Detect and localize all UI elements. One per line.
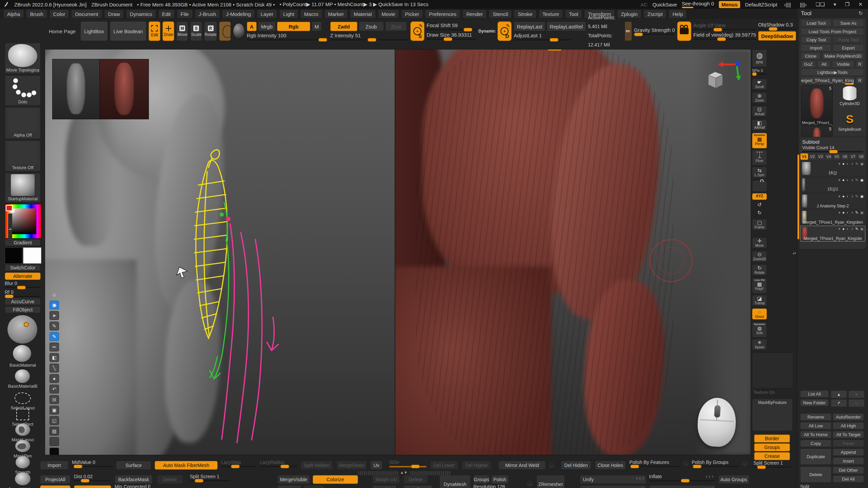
- eye-icon[interactable]: ◉: [50, 301, 59, 309]
- double-button[interactable]: Double: [372, 485, 397, 488]
- del-hidden-button[interactable]: Del Hidden: [561, 461, 591, 470]
- menu-item-22[interactable]: Tool: [565, 10, 582, 18]
- border-button[interactable]: Border: [754, 434, 790, 443]
- menu-item-5[interactable]: Dynamics: [126, 10, 156, 18]
- menu-item-13[interactable]: Marker: [324, 10, 348, 18]
- alpha-button[interactable]: Alpha Off: [5, 107, 41, 139]
- mergedown-button[interactable]: MergeDown: [336, 461, 367, 470]
- goz-all-button[interactable]: All: [817, 61, 831, 68]
- pencil-icon[interactable]: ✏: [50, 343, 59, 351]
- subtool-item-2[interactable]: ▾●◐◑✎◉ 15강1: [800, 177, 865, 193]
- projectall-button[interactable]: ProjectAll: [40, 475, 71, 484]
- menu-item-19[interactable]: Stencil: [489, 10, 512, 18]
- split-hidden-button[interactable]: Split Hidden: [300, 461, 333, 470]
- delete-morph-button[interactable]: Delete: [403, 475, 428, 484]
- lazystep-slider[interactable]: LazyStep: [221, 460, 256, 467]
- menu-item-7[interactable]: File: [177, 10, 193, 18]
- focal-shift-slider[interactable]: Focal Shift 59: [427, 22, 476, 30]
- quicksave-button[interactable]: QuickSave: [652, 2, 677, 7]
- smart-resym-button[interactable]: Smart ReSymx y z: [649, 485, 715, 488]
- del-higher-button[interactable]: Del Higher: [462, 461, 492, 470]
- paste-tool-button[interactable]: Paste Tool: [833, 36, 864, 43]
- auto-groups-button[interactable]: Auto Groups: [718, 475, 749, 484]
- all-to-home-button[interactable]: All To Home: [800, 431, 831, 438]
- solo-button[interactable]: Dynamic◍Solo: [752, 322, 767, 338]
- subtool-tab-v8[interactable]: V8: [857, 153, 865, 160]
- load-tool-button[interactable]: Load Tool: [801, 20, 831, 27]
- divider-grip-left-icon[interactable]: ‹||||: [782, 2, 793, 7]
- load-tools-from-project-button[interactable]: Load Tools From Project: [801, 28, 864, 35]
- copy-subtool-button[interactable]: Copy: [800, 440, 831, 447]
- split-screen-slider[interactable]: Split Screen 1: [190, 474, 231, 482]
- subtool-tab-v2[interactable]: V2: [808, 153, 816, 160]
- visibility-eye-icon[interactable]: ◉: [860, 162, 864, 166]
- dot-tool-icon[interactable]: ●: [50, 374, 59, 383]
- current-brush-button[interactable]: Move Topologica: [5, 43, 41, 74]
- obj-shadow-slider[interactable]: ObjShadow 0.3: [758, 22, 796, 30]
- clipboard-icon[interactable]: ▤: [50, 427, 59, 435]
- shelf-divider-arrows[interactable]: ▲▼: [400, 470, 408, 474]
- close-holes-button[interactable]: Close Holes: [595, 461, 626, 470]
- xyz-toggle[interactable]: x y z: [636, 487, 644, 488]
- dist-slider[interactable]: Dist 0.02: [74, 474, 111, 482]
- menu-item-16[interactable]: Picker: [401, 10, 423, 18]
- tool-thumb-simplebrush[interactable]: S SimpleBrush: [835, 112, 865, 136]
- min-connected-slider[interactable]: Min Connected F: [115, 484, 157, 488]
- menu-item-4[interactable]: Draw: [104, 10, 124, 18]
- uv-button[interactable]: Uv: [370, 461, 382, 470]
- polish-by-features-slider[interactable]: Polish By Features: [629, 460, 680, 467]
- groups-button[interactable]: Groups: [754, 443, 790, 451]
- goz-visible-button[interactable]: Visible: [832, 61, 854, 68]
- auto-reorder-button[interactable]: AutoReorder: [833, 413, 864, 421]
- xyz-toggle[interactable]: x y z: [705, 487, 713, 488]
- polyframe-button[interactable]: Line Fill▦PolyF: [752, 278, 767, 293]
- all-to-target-button[interactable]: All To Target: [833, 431, 864, 438]
- texture-preview-box[interactable]: [752, 352, 793, 388]
- texture-button[interactable]: Texture Off: [5, 140, 41, 171]
- basic-material-ball[interactable]: [13, 345, 31, 362]
- goz-button[interactable]: GoZ: [801, 61, 816, 68]
- frame-button[interactable]: ▢Frame: [752, 219, 767, 230]
- dynamic-label[interactable]: Dynamic: [478, 29, 495, 34]
- see-through-slider[interactable]: See-through 0: [682, 1, 714, 8]
- dynamesh-groups-button[interactable]: Groups: [473, 475, 490, 484]
- color-button[interactable]: Color: [74, 485, 111, 488]
- rotate-button[interactable]: RRotate: [204, 21, 217, 41]
- camera-icon[interactable]: [677, 21, 691, 41]
- shelf-divider-right[interactable]: [410, 471, 451, 475]
- lightbox-tools-button[interactable]: Lightbox▶Tools: [801, 69, 864, 76]
- default-zscript-button[interactable]: DefaultZScript: [745, 2, 777, 7]
- bpr-button[interactable]: ◍BPR: [752, 49, 767, 67]
- tool-thumb-cylinder[interactable]: Cylinder3D: [835, 86, 865, 110]
- ghost-button[interactable]: ◌Ghost: [752, 308, 767, 320]
- dynamesh-button[interactable]: DynaMesh: [439, 475, 471, 488]
- z-intensity-slider[interactable]: Z Intensity 51: [330, 33, 408, 41]
- subtool-item-1[interactable]: ▾●◐◑✎◉ 16강: [800, 161, 865, 177]
- menu-item-2[interactable]: Color: [50, 10, 69, 18]
- shelf-divider-left[interactable]: [358, 471, 399, 475]
- fold-right-button[interactable]: ↱: [831, 399, 847, 407]
- angle-of-view-slider[interactable]: Angle Of View: [693, 22, 756, 30]
- import-tool-button[interactable]: Import: [801, 44, 831, 52]
- unify-button[interactable]: Unifyx y z: [580, 475, 646, 484]
- spin-right-icon[interactable]: ↻: [752, 209, 767, 218]
- screenshot-icon[interactable]: ◱: [50, 416, 59, 425]
- floor-button[interactable]: x y z⊥Floor: [752, 150, 767, 165]
- m-button[interactable]: M: [312, 22, 322, 31]
- colorize-button[interactable]: Colorize: [313, 475, 358, 484]
- menu-item-12[interactable]: Macro: [300, 10, 322, 18]
- menu-item-21[interactable]: Texture: [539, 10, 563, 18]
- append-button[interactable]: Append: [833, 449, 864, 456]
- flip-button[interactable]: Flip: [403, 485, 433, 488]
- alternate-button[interactable]: Alternate: [5, 272, 41, 280]
- mrgb-button[interactable]: Mrgb: [258, 22, 276, 31]
- tool-refresh-icon[interactable]: ↻: [859, 10, 863, 16]
- menu-item-3[interactable]: Document: [71, 10, 102, 18]
- menu-item-8[interactable]: J-Brush: [195, 10, 220, 18]
- del-lower-button[interactable]: Del Lower: [430, 461, 458, 470]
- import-button[interactable]: Import: [40, 461, 68, 470]
- color-palette-icon[interactable]: [50, 437, 59, 446]
- rotate-3d-button[interactable]: ↻Rotate: [752, 264, 767, 276]
- active-tool-r-button[interactable]: R: [856, 77, 864, 84]
- color-sphere-picker[interactable]: [7, 315, 37, 344]
